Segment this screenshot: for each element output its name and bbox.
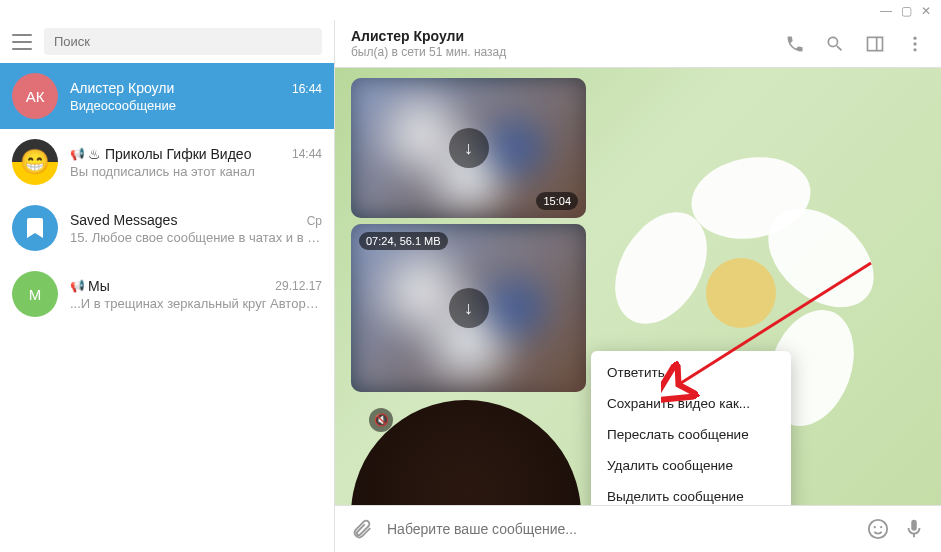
chat-name-label: Алистер Кроули <box>70 80 174 96</box>
channel-icon: 📢 <box>70 147 84 161</box>
chat-title[interactable]: Алистер Кроули <box>351 28 785 44</box>
chat-time-label: 29.12.17 <box>275 279 322 293</box>
chat-name-label: 📢 Мы <box>70 278 110 294</box>
download-icon[interactable]: ↓ <box>449 288 489 328</box>
avatar: АК <box>12 73 58 119</box>
channel-icon: 📢 <box>70 279 84 293</box>
call-icon[interactable] <box>785 34 805 54</box>
close-button[interactable]: ✕ <box>919 4 933 18</box>
svg-rect-0 <box>868 37 883 50</box>
chat-time-label: Ср <box>307 214 322 228</box>
emoji-icon[interactable] <box>867 518 889 540</box>
attach-icon[interactable] <box>351 518 373 540</box>
chat-item-2[interactable]: Saved Messages Ср 15. Любое свое сообщен… <box>0 195 334 261</box>
ctx-forward[interactable]: Переслать сообщение <box>591 419 791 450</box>
chat-item-1[interactable]: 😁 📢 ♨ Приколы Гифки Видео 14:44 Вы подпи… <box>0 129 334 195</box>
mute-icon[interactable]: 🔇 <box>369 408 393 432</box>
chat-preview-label: ...И в трещинах зеркальный круг Автор: А… <box>70 296 322 311</box>
chat-list: АК Алистер Кроули 16:44 Видеосообщение 😁 <box>0 63 334 552</box>
svg-point-6 <box>869 520 887 538</box>
svg-point-8 <box>880 526 882 528</box>
chat-body[interactable]: ↓ 15:04 07:24, 56.1 MB ↓ 🔇 Ответить Сохр… <box>335 68 941 505</box>
message-input[interactable] <box>387 521 853 537</box>
ctx-save-video-as[interactable]: Сохранить видео как... <box>591 388 791 419</box>
maximize-button[interactable]: ▢ <box>899 4 913 18</box>
ctx-reply[interactable]: Ответить <box>591 357 791 388</box>
chat-name-label: Saved Messages <box>70 212 177 228</box>
search-icon[interactable] <box>825 34 845 54</box>
mic-icon[interactable] <box>903 518 925 540</box>
more-icon[interactable] <box>905 34 925 54</box>
chat-preview-label: Вы подписались на этот канал <box>70 164 322 179</box>
avatar: М <box>12 271 58 317</box>
chat-time-label: 16:44 <box>292 82 322 96</box>
svg-point-4 <box>913 48 916 51</box>
video-meta-badge: 07:24, 56.1 MB <box>359 232 448 250</box>
sidebar: АК Алистер Кроули 16:44 Видеосообщение 😁 <box>0 20 335 552</box>
compose-bar <box>335 505 941 552</box>
hot-icon: ♨ <box>88 146 101 162</box>
context-menu: Ответить Сохранить видео как... Переслат… <box>591 351 791 505</box>
app-container: АК Алистер Кроули 16:44 Видеосообщение 😁 <box>0 0 941 552</box>
chat-item-3[interactable]: М 📢 Мы 29.12.17 ...И в трещинах зеркальн… <box>0 261 334 327</box>
search-input[interactable] <box>44 28 322 55</box>
svg-point-2 <box>913 36 916 39</box>
avatar: 😁 <box>12 139 58 185</box>
svg-point-7 <box>874 526 876 528</box>
chat-preview-label: Видеосообщение <box>70 98 322 113</box>
round-video-message[interactable]: 🔇 <box>351 400 581 505</box>
video-message-2[interactable]: 07:24, 56.1 MB ↓ <box>351 224 586 392</box>
chat-name-label: 📢 ♨ Приколы Гифки Видео <box>70 146 251 162</box>
chat-time-label: 14:44 <box>292 147 322 161</box>
svg-point-3 <box>913 42 916 45</box>
download-icon[interactable]: ↓ <box>449 128 489 168</box>
ctx-select[interactable]: Выделить сообщение <box>591 481 791 505</box>
video-message-1[interactable]: ↓ 15:04 <box>351 78 586 218</box>
ctx-delete[interactable]: Удалить сообщение <box>591 450 791 481</box>
menu-icon[interactable] <box>12 34 32 50</box>
chat-preview-label: 15. Любое свое сообщение в чатах и в пуб… <box>70 230 322 245</box>
bookmark-icon <box>25 216 45 240</box>
minimize-button[interactable]: — <box>879 4 893 18</box>
chat-header: Алистер Кроули был(a) в сети 51 мин. наз… <box>335 20 941 68</box>
sidebar-topbar <box>0 20 334 63</box>
window-controls: — ▢ ✕ <box>879 4 933 18</box>
video-duration-badge: 15:04 <box>536 192 578 210</box>
chat-status: был(a) в сети 51 мин. назад <box>351 45 785 59</box>
chat-main: Алистер Кроули был(a) в сети 51 мин. наз… <box>335 20 941 552</box>
sidebar-toggle-icon[interactable] <box>865 34 885 54</box>
avatar <box>12 205 58 251</box>
chat-item-0[interactable]: АК Алистер Кроули 16:44 Видеосообщение <box>0 63 334 129</box>
